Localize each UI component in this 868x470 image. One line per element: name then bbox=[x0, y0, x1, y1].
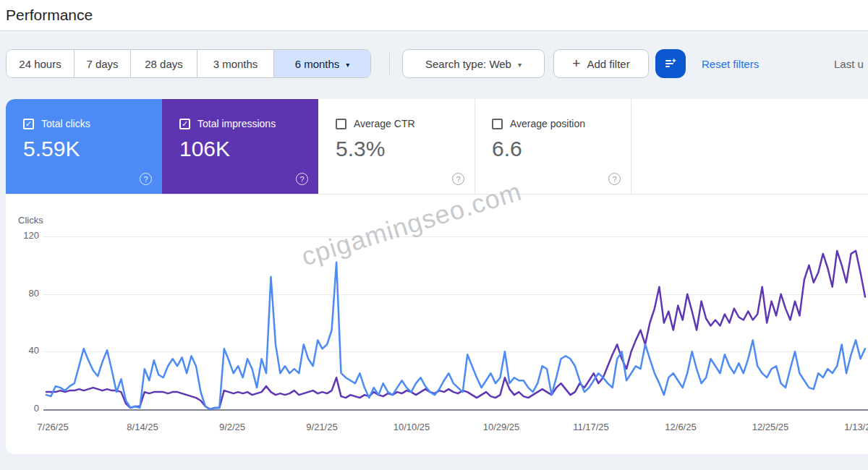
metric-tile-total-clicks[interactable]: ✓ Total clicks 5.59K ? bbox=[6, 99, 162, 194]
help-icon[interactable]: ? bbox=[452, 173, 464, 185]
x-axis-tick-label: 11/17/25 bbox=[561, 422, 621, 432]
checkbox-unchecked-icon[interactable] bbox=[492, 119, 503, 129]
range-6-months-button[interactable]: 6 months ▾ bbox=[273, 50, 370, 77]
filter-sparkle-button[interactable] bbox=[655, 49, 686, 78]
performance-card: ✓ Total clicks 5.59K ? ✓ Total impressio… bbox=[6, 99, 868, 454]
search-type-label: Search type: Web bbox=[425, 58, 511, 70]
x-axis-tick-label: 7/26/25 bbox=[22, 422, 83, 432]
chevron-down-icon: ▾ bbox=[518, 61, 522, 69]
x-axis-tick-label: 9/21/25 bbox=[292, 422, 352, 432]
clicks-line bbox=[46, 262, 865, 409]
metric-value: 5.59K bbox=[23, 137, 80, 161]
range-28-days-button[interactable]: 28 days bbox=[130, 50, 197, 77]
help-icon[interactable]: ? bbox=[608, 173, 621, 185]
last-updated-text: Last u bbox=[834, 49, 864, 78]
y-axis-tick-label: 120 bbox=[12, 230, 39, 241]
metric-value: 106K bbox=[179, 137, 230, 161]
range-3-months-button[interactable]: 3 months bbox=[197, 50, 273, 77]
plus-icon: + bbox=[572, 56, 580, 72]
tile-divider bbox=[475, 99, 475, 194]
metric-tile-average-ctr[interactable]: Average CTR 5.3% ? bbox=[318, 99, 475, 194]
help-icon[interactable]: ? bbox=[140, 173, 152, 185]
performance-line-chart bbox=[43, 232, 868, 413]
metric-tile-total-impressions[interactable]: ✓ Total impressions 106K ? bbox=[162, 99, 318, 194]
tiles-bottom-divider bbox=[6, 194, 868, 195]
chevron-down-icon: ▾ bbox=[346, 61, 349, 69]
metric-value: 5.3% bbox=[336, 137, 385, 161]
toolbar-divider bbox=[389, 53, 390, 74]
range-24-hours-button[interactable]: 24 hours bbox=[7, 50, 74, 77]
metric-label: Average CTR bbox=[354, 118, 415, 129]
x-axis-tick-label: 10/29/25 bbox=[471, 422, 532, 432]
metric-label: Total clicks bbox=[41, 118, 90, 129]
checkbox-unchecked-icon[interactable] bbox=[336, 119, 346, 129]
add-filter-label: Add filter bbox=[587, 58, 629, 70]
page-header: Performance bbox=[0, 0, 868, 31]
date-range-group: 24 hours 7 days 28 days 3 months 6 month… bbox=[6, 49, 371, 78]
y-axis-tick-label: 0 bbox=[12, 403, 39, 414]
checkbox-checked-icon[interactable]: ✓ bbox=[23, 119, 34, 129]
x-axis-tick-label: 9/2/25 bbox=[202, 422, 263, 432]
y-axis-title: Clicks bbox=[18, 215, 43, 226]
checkbox-checked-icon[interactable]: ✓ bbox=[179, 119, 190, 129]
x-axis-tick-label: 1/13/26 bbox=[830, 422, 868, 432]
x-axis-tick-label: 8/14/25 bbox=[112, 422, 173, 432]
filter-toolbar: 24 hours 7 days 28 days 3 months 6 month… bbox=[0, 49, 868, 78]
x-axis-tick-label: 12/25/25 bbox=[740, 422, 801, 432]
page-title: Performance bbox=[6, 7, 93, 24]
x-axis-tick-label: 10/10/25 bbox=[381, 422, 442, 432]
range-6-months-label: 6 months bbox=[295, 58, 340, 70]
help-icon[interactable]: ? bbox=[296, 173, 308, 185]
reset-filters-link[interactable]: Reset filters bbox=[702, 49, 759, 78]
range-7-days-button[interactable]: 7 days bbox=[74, 50, 130, 77]
y-axis-tick-label: 80 bbox=[12, 288, 39, 299]
add-filter-button[interactable]: + Add filter bbox=[553, 49, 649, 78]
metric-label: Average position bbox=[510, 118, 585, 129]
y-axis-tick-label: 40 bbox=[12, 345, 39, 356]
search-console-performance-page: Performance 24 hours 7 days 28 days 3 mo… bbox=[0, 0, 868, 470]
filter-sparkle-icon bbox=[663, 56, 678, 71]
metric-tile-average-position[interactable]: Average position 6.6 ? bbox=[475, 99, 631, 194]
tile-divider bbox=[631, 99, 631, 194]
x-axis-tick-label: 12/6/25 bbox=[650, 422, 711, 432]
metric-value: 6.6 bbox=[492, 137, 522, 161]
metric-label: Total impressions bbox=[197, 118, 276, 129]
search-type-dropdown[interactable]: Search type: Web ▾ bbox=[402, 49, 545, 78]
